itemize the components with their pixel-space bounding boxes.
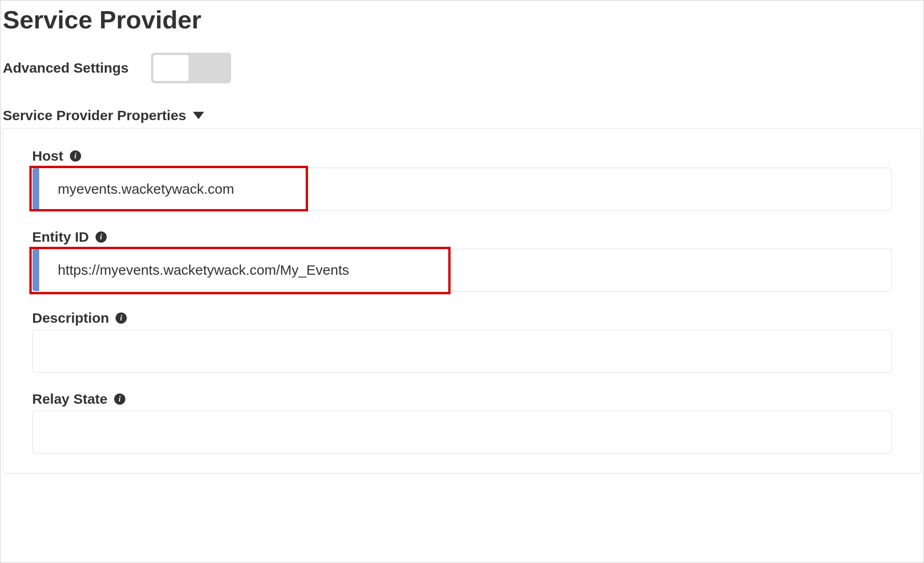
relay-state-field: Relay State i [32, 391, 892, 454]
host-field: Host i [32, 148, 892, 210]
entity-id-field: Entity ID i [32, 229, 892, 292]
service-provider-properties-header[interactable]: Service Provider Properties [3, 108, 921, 123]
properties-panel: Host i Entity ID i Description [3, 128, 921, 474]
relay-state-label: Relay State [32, 391, 108, 407]
relay-state-input[interactable] [32, 411, 892, 454]
page-title: Service Provider [3, 0, 921, 53]
input-accent [33, 168, 39, 210]
description-input[interactable] [32, 330, 892, 373]
host-input[interactable] [32, 168, 892, 210]
info-icon[interactable]: i [70, 150, 81, 162]
toggle-thumb [153, 54, 189, 81]
description-field: Description i [32, 310, 892, 373]
entity-id-input[interactable] [32, 249, 892, 292]
advanced-settings-row: Advanced Settings [3, 53, 921, 83]
info-icon[interactable]: i [96, 231, 107, 243]
entity-id-label: Entity ID [32, 229, 89, 245]
input-accent [33, 249, 39, 291]
advanced-settings-toggle[interactable] [151, 53, 231, 83]
info-icon[interactable]: i [114, 393, 125, 405]
section-title: Service Provider Properties [3, 108, 186, 123]
host-label: Host [32, 148, 63, 164]
info-icon[interactable]: i [116, 312, 127, 324]
description-label: Description [32, 310, 109, 326]
advanced-settings-label: Advanced Settings [3, 60, 129, 76]
caret-down-icon [193, 112, 204, 119]
